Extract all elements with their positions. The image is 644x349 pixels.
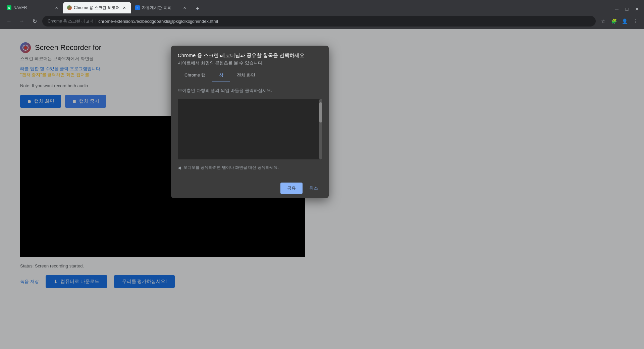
tab-memo[interactable]: ≡ 자유게시판 목록 ✕ <box>131 2 192 13</box>
modal-body: 보이층인 다행의 탭의 의업 바들을 클릭하십시오. ◀ 오디오를 <box>171 82 329 179</box>
modal-scrollbar[interactable] <box>319 99 322 159</box>
modal-header: Chrome 용 스크린 레코더님과 공유할 항목을 선택하세요 사이트에서 화… <box>171 46 329 69</box>
menu-icon[interactable]: ⋮ <box>631 16 640 26</box>
account-icon[interactable]: 👤 <box>620 16 629 26</box>
tab-naver-close-icon[interactable]: ✕ <box>54 5 59 10</box>
close-button[interactable]: ✕ <box>633 5 641 13</box>
modal-hint-text: 보이층인 다행의 탭의 의업 바들을 클릭하십시오. <box>178 88 322 94</box>
modal-title: Chrome 용 스크린 레코더님과 공유할 항목을 선택하세요 <box>178 52 322 59</box>
tab-naver-title: NAVER <box>13 5 52 10</box>
bookmark-icon[interactable]: ☆ <box>598 16 608 26</box>
browser-frame: N NAVER ✕ Chrome 용 스크린 레코더 ✕ ≡ 자유게시판 목록 … <box>0 0 644 349</box>
window-controls: ─ □ ✕ <box>612 5 641 13</box>
modal-tab-chrome[interactable]: Chrome 탭 <box>178 69 212 82</box>
tab-recorder-title: Chrome 용 스크린 레코더 <box>74 5 120 11</box>
arrow-left-icon: ◀ <box>178 165 181 170</box>
address-url: chrome-extension://eclbecdgdoahkliajjlpk… <box>98 19 590 24</box>
forward-button[interactable]: → <box>17 16 27 26</box>
modal-preview-area[interactable] <box>178 99 322 159</box>
recorder-favicon-icon <box>67 5 72 10</box>
refresh-button[interactable]: ↻ <box>30 16 40 26</box>
share-button[interactable]: 공유 <box>280 183 303 194</box>
tab-memo-title: 자유게시판 목록 <box>142 5 180 11</box>
extensions-icon[interactable]: 🧩 <box>609 16 619 26</box>
address-actions: ☆ 🧩 👤 ⋮ <box>598 16 640 26</box>
modal-preview-content <box>178 99 322 159</box>
scrollbar-track <box>319 99 322 159</box>
naver-favicon-icon: N <box>7 5 11 10</box>
new-tab-button[interactable]: + <box>193 4 202 13</box>
address-bar: ← → ↻ Chrome 용 스크린 레코더 | chrome-extensio… <box>0 13 644 29</box>
back-button[interactable]: ← <box>4 16 14 26</box>
address-prefix: Chrome 용 스크린 레코더 | <box>48 18 96 24</box>
minimize-button[interactable]: ─ <box>612 5 621 13</box>
modal-subtitle: 사이트에서 화면의 콘텐츠를 볼 수 있습니다. <box>178 60 322 66</box>
modal-tabs: Chrome 탭 창 전체 화면 <box>171 69 329 82</box>
modal-audio-hint: ◀ 오디오를 공유하려면 탭이나 화면을 대신 공유하세요. <box>178 162 322 173</box>
tab-naver[interactable]: N NAVER ✕ <box>3 2 63 13</box>
tab-bar: N NAVER ✕ Chrome 용 스크린 레코더 ✕ ≡ 자유게시판 목록 … <box>0 0 644 13</box>
restore-button[interactable]: □ <box>623 5 631 13</box>
memo-favicon-icon: ≡ <box>135 5 140 10</box>
modal-overlay: Chrome 용 스크린 레코더님과 공유할 항목을 선택하세요 사이트에서 화… <box>0 29 644 349</box>
scrollbar-thumb[interactable] <box>319 102 322 122</box>
tab-recorder-close-icon[interactable]: ✕ <box>122 5 127 10</box>
share-dialog: Chrome 용 스크린 레코더님과 공유할 항목을 선택하세요 사이트에서 화… <box>171 46 329 198</box>
cancel-button[interactable]: 취소 <box>305 183 322 194</box>
modal-footer: 공유 취소 <box>171 179 329 198</box>
modal-tab-fullscreen[interactable]: 전체 화면 <box>230 69 262 82</box>
address-input[interactable]: Chrome 용 스크린 레코더 | chrome-extension://ec… <box>42 16 596 27</box>
modal-tab-window[interactable]: 창 <box>212 69 230 82</box>
tab-memo-close-icon[interactable]: ✕ <box>182 5 187 10</box>
page-content: Screen Recorder for 스크린 레코더는 브라우저에서 화면을 … <box>0 29 644 349</box>
tab-recorder[interactable]: Chrome 용 스크린 레코더 ✕ <box>63 2 131 13</box>
